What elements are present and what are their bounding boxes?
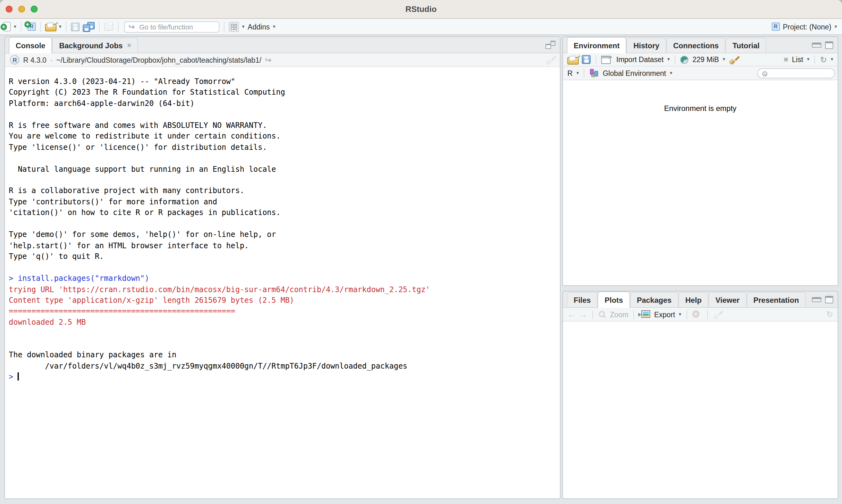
window-title: RStudio	[0, 0, 842, 18]
chevron-down-icon[interactable]: ▾	[242, 24, 245, 29]
console-line: You are welcome to redistribute it under…	[9, 131, 560, 142]
chevron-down-icon[interactable]: ▾	[273, 24, 275, 29]
minimize-window-button[interactable]	[18, 6, 25, 13]
previous-plot-icon[interactable]: ←	[568, 310, 576, 319]
list-view-label[interactable]: List	[792, 56, 803, 63]
import-dataset-label[interactable]: Import Dataset	[616, 56, 664, 63]
console-line: Type 'demo()' for some demos, 'help()' f…	[9, 230, 560, 241]
console-line: Natural language support but running in …	[9, 164, 560, 175]
zoom-plot-icon[interactable]	[598, 310, 606, 319]
maximize-pane-icon[interactable]	[825, 41, 833, 49]
language-selector-label[interactable]: R	[568, 69, 573, 77]
environment-panel: EnvironmentHistoryConnectionsTutorial → …	[562, 36, 838, 286]
console-line: Content type 'application/x-gzip' length…	[9, 295, 560, 306]
export-plot-label[interactable]: Export	[654, 311, 675, 318]
working-directory-label: ~/Library/CloudStorage/Dropbox/john_cabo…	[56, 56, 262, 64]
remove-plot-icon[interactable]	[692, 310, 702, 319]
chevron-down-icon[interactable]: ▾	[679, 312, 681, 317]
console-line: 'help.start()' for an HTML browser inter…	[9, 240, 560, 251]
open-file-icon[interactable]: →	[45, 22, 56, 31]
environment-toolbar: → → Import Dataset ▾ 229 MiB ▾ ≡ List ▾ …	[563, 53, 838, 67]
tab-history[interactable]: History	[627, 38, 666, 53]
toolbar-divider	[707, 310, 707, 319]
tab-tutorial[interactable]: Tutorial	[726, 38, 767, 53]
tab-spacer	[767, 37, 812, 53]
console-line: ========================================…	[9, 306, 560, 317]
memory-usage-pie-icon[interactable]	[681, 55, 689, 64]
console-line: /var/folders/vl/wq4b0z_s3mj_rvz59myqgmx4…	[9, 361, 560, 372]
goto-arrow-icon: ↪	[128, 23, 135, 31]
memory-usage-label[interactable]: 229 MiB	[693, 56, 719, 63]
next-plot-icon[interactable]: →	[579, 310, 588, 319]
chevron-down-icon[interactable]: ▾	[831, 57, 833, 62]
addins-label[interactable]: Addins	[248, 23, 270, 31]
console-line: Type 'q()' to quit R.	[9, 251, 560, 262]
title-bar: RStudio	[0, 0, 842, 19]
environment-search-box[interactable]	[757, 68, 835, 78]
import-dataset-icon[interactable]: →	[601, 55, 612, 64]
console-line: > install.packages("rmarkdown")	[9, 273, 560, 284]
chevron-down-icon[interactable]: ▾	[576, 71, 579, 75]
tab-console[interactable]: Console	[9, 37, 52, 53]
zoom-window-button[interactable]	[31, 6, 38, 13]
new-project-icon[interactable]: R	[26, 22, 36, 31]
environment-search-input[interactable]	[769, 69, 832, 77]
environment-tabbar: EnvironmentHistoryConnectionsTutorial	[563, 37, 838, 53]
save-icon[interactable]	[71, 22, 79, 31]
close-icon[interactable]: ×	[127, 42, 131, 49]
goto-input[interactable]	[138, 22, 216, 31]
tab-label: Plots	[605, 295, 623, 304]
traffic-lights	[6, 6, 38, 13]
chevron-down-icon[interactable]: ▾	[670, 71, 673, 75]
tab-connections[interactable]: Connections	[666, 38, 725, 53]
goto-file-search[interactable]: ↪	[124, 21, 219, 32]
close-window-button[interactable]	[6, 6, 13, 13]
export-plot-icon[interactable]	[639, 310, 650, 319]
tab-spacer	[138, 37, 545, 53]
refresh-icon[interactable]: ↻	[826, 310, 833, 319]
r-letter: R	[772, 23, 779, 30]
chevron-down-icon[interactable]: ▾	[722, 57, 725, 62]
minimize-pane-icon[interactable]	[812, 42, 821, 47]
load-workspace-icon[interactable]: →	[568, 55, 578, 64]
new-file-icon[interactable]	[3, 22, 11, 31]
tab-help[interactable]: Help	[678, 292, 709, 307]
tab-files[interactable]: Files	[567, 292, 598, 307]
save-all-icon[interactable]	[83, 22, 95, 32]
text-cursor	[18, 372, 19, 380]
tab-background-jobs[interactable]: Background Jobs×	[52, 38, 138, 53]
minimize-pane-icon[interactable]	[812, 297, 821, 302]
tab-packages[interactable]: Packages	[630, 292, 678, 307]
chevron-down-icon[interactable]: ▾	[14, 24, 16, 29]
maximize-pane-icon[interactable]	[825, 295, 833, 303]
zoom-plot-label[interactable]: Zoom	[610, 311, 628, 318]
chevron-down-icon[interactable]: ▾	[807, 57, 809, 62]
console-panel: ConsoleBackground Jobs× R R 4.3.0 · ~/Li…	[4, 36, 560, 499]
list-view-icon[interactable]: ≡	[784, 55, 788, 64]
maximize-pane-icon[interactable]	[545, 41, 555, 49]
chevron-down-icon[interactable]: ▾	[667, 57, 670, 62]
tab-label: Connections	[673, 41, 718, 50]
toolbar-divider	[118, 21, 119, 32]
project-menu[interactable]: R Project: (None) ▾	[771, 22, 837, 31]
console-line	[9, 219, 560, 230]
tab-presentation[interactable]: Presentation	[747, 292, 806, 307]
r-version-label[interactable]: R 4.3.0	[23, 56, 47, 64]
refresh-icon[interactable]: ↻	[820, 55, 827, 64]
chevron-down-icon: ▾	[835, 24, 837, 29]
console-line: R is a collaborative project with many c…	[9, 186, 560, 197]
share-arrow-icon[interactable]: ↪	[265, 55, 271, 64]
save-workspace-icon[interactable]	[582, 55, 591, 64]
clear-console-broom-icon[interactable]	[545, 55, 555, 65]
print-icon[interactable]	[104, 23, 113, 31]
scope-selector-label[interactable]: Global Environment	[603, 69, 666, 77]
tab-plots[interactable]: Plots	[598, 291, 630, 308]
pane-layout-icon[interactable]	[229, 22, 239, 32]
console-tabbar: ConsoleBackground Jobs×	[5, 37, 560, 53]
tab-viewer[interactable]: Viewer	[709, 292, 747, 307]
separator-dot: ·	[50, 56, 53, 64]
clear-environment-broom-icon[interactable]	[729, 55, 738, 64]
clear-plots-broom-icon[interactable]	[713, 310, 722, 319]
console-output[interactable]: R version 4.3.0 (2023-04-21) -- "Already…	[5, 67, 560, 498]
tab-environment[interactable]: Environment	[567, 37, 627, 53]
